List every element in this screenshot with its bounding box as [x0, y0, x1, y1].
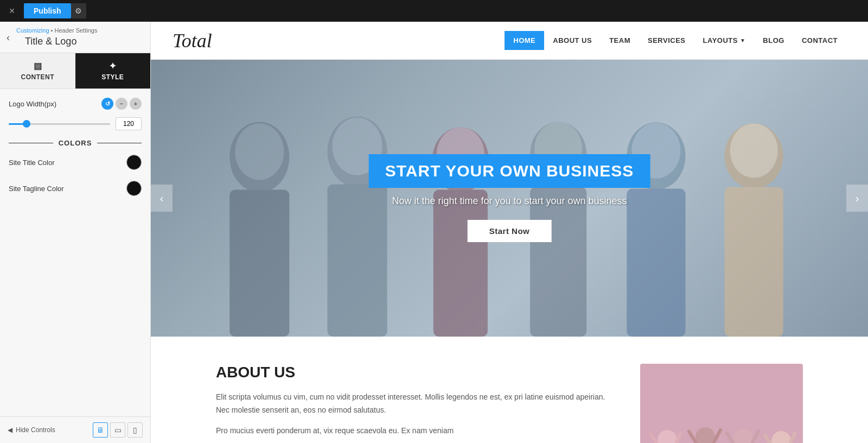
hero-title: START YOUR OWN BUSINESS — [369, 154, 650, 188]
hero-overlay: START YOUR OWN BUSINESS Now it the right… — [369, 154, 650, 242]
about-body-1: Elit scripta volumus cu vim, cum no vidi… — [216, 391, 608, 417]
logo-width-slider-container: 120 — [9, 117, 142, 130]
back-button[interactable]: ‹ — [4, 29, 12, 45]
site-tagline-color-field: Site Tagline Color — [9, 181, 142, 196]
logo-width-row: Logo Width(px) ↺ − + — [9, 98, 142, 110]
carousel-next-button[interactable]: › — [846, 185, 868, 212]
logo-reset-button[interactable]: ↺ — [101, 98, 113, 110]
content-icon: ▤ — [34, 61, 42, 71]
about-grid: ABOUT US Elit scripta volumus cu vim, cu… — [216, 364, 803, 443]
mobile-icon: ▯ — [133, 426, 137, 434]
tab-bar: ▤ CONTENT ✦ STYLE — [0, 53, 150, 89]
nav-services[interactable]: SERVICES — [639, 31, 694, 50]
slider-row: 120 — [9, 117, 142, 130]
site-title-color-swatch[interactable] — [126, 155, 142, 170]
hero-cta-button[interactable]: Start Now — [468, 220, 552, 242]
about-body-2: Pro mucius everti ponderum at, vix reque… — [216, 425, 608, 438]
site-tagline-color-label: Site Tagline Color — [9, 185, 126, 193]
colors-divider: COLORS — [9, 139, 142, 147]
style-icon: ✦ — [109, 61, 117, 71]
hide-controls-icon: ◀ — [8, 426, 12, 434]
publish-button[interactable]: Publish — [24, 3, 71, 18]
tab-content-label: CONTENT — [21, 73, 55, 81]
desktop-icon: 🖥 — [97, 426, 104, 434]
carousel-prev-button[interactable]: ‹ — [151, 185, 173, 212]
layouts-dropdown-icon: ▼ — [740, 37, 745, 43]
svg-point-2 — [235, 123, 284, 180]
divider-line-right — [97, 143, 142, 143]
about-heading: ABOUT US — [216, 364, 608, 381]
website-header: Total HOME ABOUT US TEAM SERVICES LAYOUT… — [151, 22, 868, 60]
sidebar-bottom: ◀ Hide Controls 🖥 ▭ ▯ — [0, 416, 150, 443]
tablet-icon: ▭ — [114, 426, 122, 434]
hero-subtitle: Now it the right time for you to start y… — [369, 195, 650, 207]
hero-section: START YOUR OWN BUSINESS Now it the right… — [151, 60, 868, 337]
about-image — [640, 364, 803, 443]
logo-width-slider[interactable] — [9, 123, 110, 125]
main-layout: ‹ Customizing • Header Settings Title & … — [0, 22, 868, 443]
tab-content[interactable]: ▤ CONTENT — [0, 53, 75, 88]
site-nav: HOME ABOUT US TEAM SERVICES LAYOUTS ▼ BL… — [505, 31, 846, 50]
nav-team[interactable]: TEAM — [601, 31, 639, 50]
device-tablet-button[interactable]: ▭ — [110, 422, 125, 438]
device-mobile-button[interactable]: ▯ — [127, 422, 143, 438]
sidebar: ‹ Customizing • Header Settings Title & … — [0, 22, 151, 443]
svg-point-17 — [730, 123, 778, 178]
nav-blog[interactable]: BLOG — [754, 31, 793, 50]
about-text: ABOUT US Elit scripta volumus cu vim, cu… — [216, 364, 608, 443]
close-button[interactable]: × — [5, 4, 18, 17]
top-bar: × Publish ⚙ — [0, 0, 868, 22]
colors-label: COLORS — [59, 139, 92, 147]
divider-line-left — [9, 143, 53, 143]
preview-area: Total HOME ABOUT US TEAM SERVICES LAYOUT… — [151, 22, 868, 443]
logo-minus-button[interactable]: − — [116, 98, 127, 110]
breadcrumb: Customizing • Header Settings — [16, 27, 143, 34]
about-section: ABOUT US Elit scripta volumus cu vim, cu… — [151, 337, 868, 443]
nav-contact[interactable]: CONTACT — [793, 31, 846, 50]
hide-controls-label: Hide Controls — [16, 426, 55, 434]
breadcrumb-section: Header Settings — [55, 27, 98, 34]
gear-button[interactable]: ⚙ — [71, 3, 86, 18]
site-title-color-field: Site Title Color — [9, 155, 142, 170]
about-image-container — [640, 364, 803, 443]
svg-rect-1 — [229, 190, 289, 337]
logo-width-label: Logo Width(px) — [9, 100, 101, 108]
device-buttons: 🖥 ▭ ▯ — [93, 422, 143, 438]
logo-width-input[interactable]: 120 — [116, 117, 142, 130]
nav-about[interactable]: ABOUT US — [544, 31, 601, 50]
sidebar-content: Logo Width(px) ↺ − + 120 COLORS — [0, 89, 150, 416]
site-title-color-label: Site Title Color — [9, 159, 126, 167]
logo-plus-button[interactable]: + — [130, 98, 142, 110]
site-tagline-color-swatch[interactable] — [126, 181, 142, 196]
logo-width-controls: ↺ − + — [101, 98, 142, 110]
tab-style[interactable]: ✦ STYLE — [75, 53, 151, 88]
breadcrumb-customizing[interactable]: Customizing — [16, 27, 49, 34]
device-desktop-button[interactable]: 🖥 — [93, 422, 108, 438]
nav-home[interactable]: HOME — [505, 31, 544, 50]
nav-layouts[interactable]: LAYOUTS ▼ — [694, 31, 755, 50]
hide-controls-button[interactable]: ◀ Hide Controls — [8, 426, 55, 434]
site-logo: Total — [173, 29, 505, 52]
sidebar-header: ‹ Customizing • Header Settings Title & … — [0, 22, 150, 53]
svg-rect-16 — [725, 187, 783, 337]
sidebar-title: Title & Logo — [16, 36, 143, 47]
tab-style-label: STYLE — [101, 73, 124, 81]
